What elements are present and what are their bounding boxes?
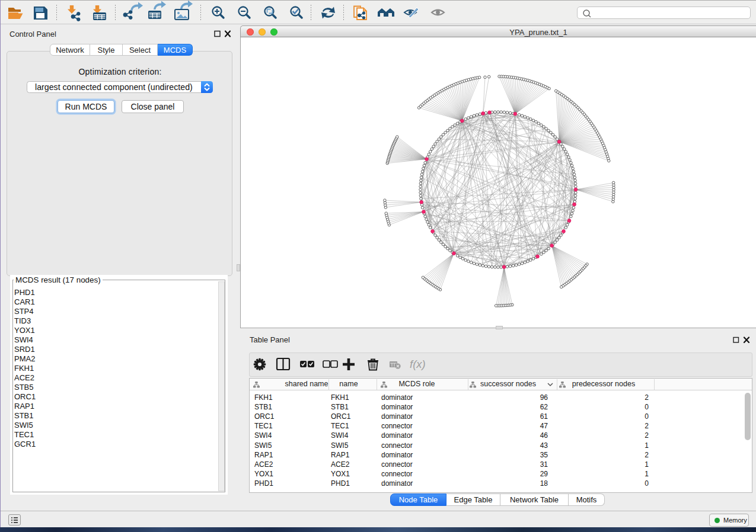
svg-text:f(x): f(x) [410, 358, 426, 370]
